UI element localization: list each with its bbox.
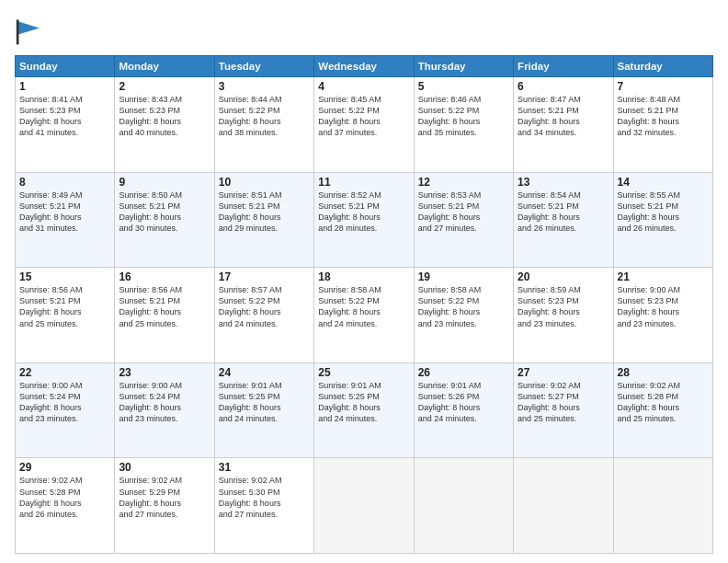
weekday-header-saturday: Saturday <box>613 56 712 77</box>
day-number: 6 <box>518 80 609 93</box>
day-cell: 30Sunrise: 9:02 AM Sunset: 5:29 PM Dayli… <box>115 458 214 554</box>
weekday-header-monday: Monday <box>115 56 214 77</box>
day-number: 8 <box>19 176 110 189</box>
day-info: Sunrise: 8:46 AM Sunset: 5:22 PM Dayligh… <box>418 94 509 139</box>
day-cell: 24Sunrise: 9:01 AM Sunset: 5:25 PM Dayli… <box>214 362 313 458</box>
day-info: Sunrise: 9:02 AM Sunset: 5:28 PM Dayligh… <box>618 380 709 425</box>
day-number: 1 <box>19 80 110 93</box>
day-info: Sunrise: 8:55 AM Sunset: 5:21 PM Dayligh… <box>618 190 709 235</box>
day-number: 25 <box>318 366 409 379</box>
day-cell: 16Sunrise: 8:56 AM Sunset: 5:21 PM Dayli… <box>115 268 214 363</box>
day-cell: 22Sunrise: 9:00 AM Sunset: 5:24 PM Dayli… <box>16 362 115 458</box>
day-cell: 7Sunrise: 8:48 AM Sunset: 5:21 PM Daylig… <box>613 77 712 173</box>
day-number: 28 <box>618 366 709 379</box>
day-cell <box>613 458 712 554</box>
day-cell: 3Sunrise: 8:44 AM Sunset: 5:22 PM Daylig… <box>214 77 313 173</box>
day-cell: 9Sunrise: 8:50 AM Sunset: 5:21 PM Daylig… <box>115 172 214 268</box>
day-cell: 23Sunrise: 9:00 AM Sunset: 5:24 PM Dayli… <box>115 362 214 458</box>
day-number: 24 <box>219 366 310 379</box>
day-number: 10 <box>219 176 310 189</box>
day-info: Sunrise: 8:53 AM Sunset: 5:21 PM Dayligh… <box>418 190 509 235</box>
day-info: Sunrise: 9:00 AM Sunset: 5:24 PM Dayligh… <box>119 380 210 425</box>
week-row-3: 15Sunrise: 8:56 AM Sunset: 5:21 PM Dayli… <box>16 268 713 363</box>
day-number: 14 <box>618 176 709 189</box>
day-cell: 2Sunrise: 8:43 AM Sunset: 5:23 PM Daylig… <box>115 77 214 173</box>
day-info: Sunrise: 9:02 AM Sunset: 5:29 PM Dayligh… <box>119 475 210 520</box>
day-number: 12 <box>418 176 509 189</box>
week-row-2: 8Sunrise: 8:49 AM Sunset: 5:21 PM Daylig… <box>16 172 713 268</box>
day-info: Sunrise: 8:57 AM Sunset: 5:22 PM Dayligh… <box>219 284 310 329</box>
day-info: Sunrise: 8:41 AM Sunset: 5:23 PM Dayligh… <box>19 94 110 139</box>
day-cell: 10Sunrise: 8:51 AM Sunset: 5:21 PM Dayli… <box>214 172 313 268</box>
day-cell: 11Sunrise: 8:52 AM Sunset: 5:21 PM Dayli… <box>314 172 414 268</box>
day-info: Sunrise: 8:48 AM Sunset: 5:21 PM Dayligh… <box>618 94 709 139</box>
day-cell: 18Sunrise: 8:58 AM Sunset: 5:22 PM Dayli… <box>314 268 414 363</box>
weekday-row: SundayMondayTuesdayWednesdayThursdayFrid… <box>16 56 713 77</box>
day-number: 18 <box>318 270 409 283</box>
day-number: 13 <box>518 176 609 189</box>
weekday-header-tuesday: Tuesday <box>214 56 313 77</box>
day-number: 2 <box>119 80 210 93</box>
day-number: 27 <box>518 366 609 379</box>
day-info: Sunrise: 9:02 AM Sunset: 5:28 PM Dayligh… <box>19 475 110 520</box>
weekday-header-wednesday: Wednesday <box>314 56 414 77</box>
calendar-header: SundayMondayTuesdayWednesdayThursdayFrid… <box>16 56 713 77</box>
day-info: Sunrise: 8:56 AM Sunset: 5:21 PM Dayligh… <box>119 284 210 329</box>
day-info: Sunrise: 8:47 AM Sunset: 5:21 PM Dayligh… <box>518 94 609 139</box>
day-number: 26 <box>418 366 509 379</box>
day-cell: 14Sunrise: 8:55 AM Sunset: 5:21 PM Dayli… <box>613 172 712 268</box>
week-row-1: 1Sunrise: 8:41 AM Sunset: 5:23 PM Daylig… <box>16 77 713 173</box>
day-cell: 26Sunrise: 9:01 AM Sunset: 5:26 PM Dayli… <box>414 362 513 458</box>
day-cell: 25Sunrise: 9:01 AM Sunset: 5:25 PM Dayli… <box>314 362 414 458</box>
day-number: 20 <box>518 270 609 283</box>
day-cell: 8Sunrise: 8:49 AM Sunset: 5:21 PM Daylig… <box>16 172 115 268</box>
week-row-4: 22Sunrise: 9:00 AM Sunset: 5:24 PM Dayli… <box>16 362 713 458</box>
day-cell: 6Sunrise: 8:47 AM Sunset: 5:21 PM Daylig… <box>514 77 613 173</box>
day-number: 31 <box>219 461 310 474</box>
day-info: Sunrise: 8:56 AM Sunset: 5:21 PM Dayligh… <box>19 284 110 329</box>
day-info: Sunrise: 8:50 AM Sunset: 5:21 PM Dayligh… <box>119 190 210 235</box>
day-cell: 4Sunrise: 8:45 AM Sunset: 5:22 PM Daylig… <box>314 77 414 173</box>
calendar-body: 1Sunrise: 8:41 AM Sunset: 5:23 PM Daylig… <box>16 77 713 554</box>
day-info: Sunrise: 8:49 AM Sunset: 5:21 PM Dayligh… <box>19 190 110 235</box>
day-info: Sunrise: 8:51 AM Sunset: 5:21 PM Dayligh… <box>219 190 310 235</box>
day-cell: 15Sunrise: 8:56 AM Sunset: 5:21 PM Dayli… <box>16 268 115 363</box>
day-cell: 31Sunrise: 9:02 AM Sunset: 5:30 PM Dayli… <box>214 458 313 554</box>
day-cell <box>314 458 414 554</box>
day-cell <box>514 458 613 554</box>
day-info: Sunrise: 9:01 AM Sunset: 5:26 PM Dayligh… <box>418 380 509 425</box>
day-cell: 13Sunrise: 8:54 AM Sunset: 5:21 PM Dayli… <box>514 172 613 268</box>
day-info: Sunrise: 8:58 AM Sunset: 5:22 PM Dayligh… <box>318 284 409 329</box>
day-number: 15 <box>19 270 110 283</box>
day-info: Sunrise: 8:54 AM Sunset: 5:21 PM Dayligh… <box>518 190 609 235</box>
logo <box>15 15 51 48</box>
day-info: Sunrise: 8:52 AM Sunset: 5:21 PM Dayligh… <box>318 190 409 235</box>
day-number: 4 <box>318 80 409 93</box>
day-cell <box>414 458 513 554</box>
day-cell: 12Sunrise: 8:53 AM Sunset: 5:21 PM Dayli… <box>414 172 513 268</box>
day-cell: 17Sunrise: 8:57 AM Sunset: 5:22 PM Dayli… <box>214 268 313 363</box>
logo-icon <box>15 15 48 48</box>
day-info: Sunrise: 8:59 AM Sunset: 5:23 PM Dayligh… <box>518 284 609 329</box>
weekday-header-sunday: Sunday <box>16 56 115 77</box>
day-info: Sunrise: 8:45 AM Sunset: 5:22 PM Dayligh… <box>318 94 409 139</box>
page: SundayMondayTuesdayWednesdayThursdayFrid… <box>0 0 728 563</box>
day-number: 29 <box>19 461 110 474</box>
day-number: 7 <box>618 80 709 93</box>
weekday-header-thursday: Thursday <box>414 56 513 77</box>
day-number: 30 <box>119 461 210 474</box>
weekday-header-friday: Friday <box>514 56 613 77</box>
day-number: 5 <box>418 80 509 93</box>
day-number: 21 <box>618 270 709 283</box>
calendar: SundayMondayTuesdayWednesdayThursdayFrid… <box>15 55 713 554</box>
day-cell: 1Sunrise: 8:41 AM Sunset: 5:23 PM Daylig… <box>16 77 115 173</box>
day-number: 9 <box>119 176 210 189</box>
day-number: 19 <box>418 270 509 283</box>
day-number: 3 <box>219 80 310 93</box>
day-info: Sunrise: 8:43 AM Sunset: 5:23 PM Dayligh… <box>119 94 210 139</box>
day-info: Sunrise: 8:44 AM Sunset: 5:22 PM Dayligh… <box>219 94 310 139</box>
header <box>15 15 713 48</box>
day-info: Sunrise: 9:02 AM Sunset: 5:27 PM Dayligh… <box>518 380 609 425</box>
day-info: Sunrise: 9:01 AM Sunset: 5:25 PM Dayligh… <box>219 380 310 425</box>
day-cell: 28Sunrise: 9:02 AM Sunset: 5:28 PM Dayli… <box>613 362 712 458</box>
